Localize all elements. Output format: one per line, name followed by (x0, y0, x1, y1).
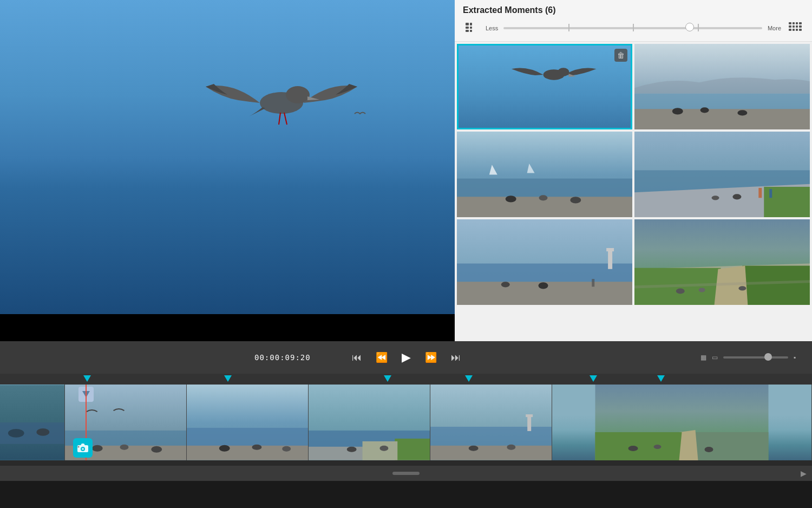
slider-tick-1 (568, 24, 569, 31)
svg-rect-77 (395, 439, 430, 460)
svg-point-80 (379, 446, 388, 451)
main-container: Extracted Moments (6) Less (0, 0, 812, 341)
svg-point-24 (558, 68, 569, 76)
svg-rect-4 (466, 23, 469, 25)
svg-rect-54 (742, 266, 810, 305)
svg-rect-18 (789, 29, 791, 31)
bottom-bar: ▶ (0, 466, 812, 481)
marker-3 (465, 375, 473, 382)
moment-item-0[interactable]: 🗑 (457, 44, 632, 129)
moments-slider-row: Less More (463, 19, 804, 37)
svg-rect-41 (769, 189, 772, 198)
timeline-thumb-4[interactable] (430, 385, 552, 460)
svg-point-50 (539, 282, 548, 289)
svg-point-61 (36, 428, 49, 436)
svg-point-67 (151, 446, 162, 453)
moment-item-4[interactable] (457, 219, 632, 305)
zoom-slider[interactable] (723, 356, 788, 359)
transport-bar: 00:00:09:20 ⏮ ⏪ ▶ ⏩ ⏭ ▦ ▭ ▪ (0, 341, 812, 374)
camera-icon-timeline[interactable] (73, 438, 93, 458)
filmstrip-icon: ▦ (700, 354, 706, 361)
svg-rect-6 (466, 27, 469, 29)
svg-point-49 (501, 282, 510, 287)
slider-tick-3 (698, 24, 699, 31)
svg-point-96 (78, 446, 80, 448)
svg-point-92 (705, 447, 713, 452)
svg-line-3 (284, 113, 287, 125)
svg-point-72 (252, 445, 261, 450)
moments-grid: 🗑 (455, 42, 812, 307)
forward-button[interactable]: ⏩ (423, 349, 439, 366)
right-transport: ▦ ▭ ▪ (700, 354, 796, 361)
svg-rect-20 (796, 29, 798, 31)
slider-tick-2 (633, 24, 634, 31)
svg-rect-45 (457, 264, 632, 283)
svg-point-29 (700, 107, 709, 113)
moments-slider-track[interactable] (503, 27, 762, 29)
moment-item-2[interactable] (457, 132, 632, 217)
marker-0 (83, 375, 91, 382)
go-end-button[interactable]: ⏭ (449, 350, 463, 366)
moment-item-5[interactable] (634, 219, 810, 305)
svg-point-71 (219, 445, 230, 452)
svg-rect-19 (793, 29, 795, 31)
svg-rect-14 (789, 25, 791, 28)
more-icon (787, 19, 804, 37)
timeline-markers (0, 374, 812, 385)
svg-point-87 (507, 445, 515, 450)
svg-rect-69 (187, 428, 308, 447)
svg-rect-16 (796, 25, 798, 28)
bottom-handle[interactable] (392, 472, 420, 475)
svg-rect-11 (793, 22, 795, 24)
svg-rect-5 (470, 23, 472, 25)
svg-rect-12 (796, 22, 798, 24)
moments-title: Extracted Moments (6) (463, 5, 804, 15)
moment-item-3[interactable] (634, 132, 810, 217)
clip-icon: ▭ (712, 354, 718, 361)
less-icon (463, 19, 480, 37)
timeline-thumb-3[interactable] (309, 385, 430, 460)
svg-point-1 (286, 86, 310, 103)
svg-rect-51 (592, 279, 594, 286)
transport-controls: ⏮ ⏪ ▶ ⏩ ⏭ (350, 348, 463, 367)
marker-4 (590, 375, 597, 382)
marker-5 (657, 375, 665, 382)
video-black-bar (0, 314, 455, 341)
svg-rect-22 (459, 45, 631, 128)
video-content (0, 0, 455, 314)
svg-rect-47 (608, 250, 612, 269)
timecode: 00:00:09:20 (254, 353, 311, 362)
svg-rect-9 (470, 30, 472, 32)
play-button[interactable]: ▶ (400, 348, 413, 367)
svg-rect-13 (799, 22, 802, 24)
svg-line-2 (279, 113, 280, 125)
timeline-thumb-0[interactable] (0, 385, 65, 460)
marker-1 (224, 375, 232, 382)
scroll-right-button[interactable]: ▶ (801, 469, 807, 478)
timeline-thumb-2[interactable] (187, 385, 309, 460)
svg-rect-40 (758, 188, 762, 198)
svg-point-36 (570, 197, 581, 203)
timeline-container (0, 374, 812, 466)
svg-point-43 (732, 194, 741, 199)
svg-point-30 (737, 110, 747, 115)
moments-panel: Extracted Moments (6) Less (455, 0, 812, 341)
rewind-button[interactable]: ⏪ (374, 349, 390, 366)
fullscreen-icon: ▪ (794, 354, 796, 361)
svg-rect-84 (527, 416, 531, 431)
svg-point-95 (82, 448, 84, 450)
svg-rect-7 (470, 27, 472, 29)
small-bird-svg (352, 108, 368, 119)
go-start-button[interactable]: ⏮ (350, 350, 364, 366)
zoom-thumb[interactable] (764, 353, 772, 361)
delete-button-0[interactable]: 🗑 (614, 49, 627, 62)
svg-point-73 (282, 446, 291, 452)
svg-rect-82 (430, 427, 552, 447)
moment-item-1[interactable] (634, 44, 810, 129)
svg-rect-21 (799, 29, 802, 31)
slider-thumb[interactable] (685, 23, 694, 31)
timeline-thumb-5[interactable] (552, 385, 812, 460)
svg-rect-26 (634, 94, 810, 110)
svg-rect-83 (430, 446, 552, 460)
marker-2 (384, 375, 391, 382)
